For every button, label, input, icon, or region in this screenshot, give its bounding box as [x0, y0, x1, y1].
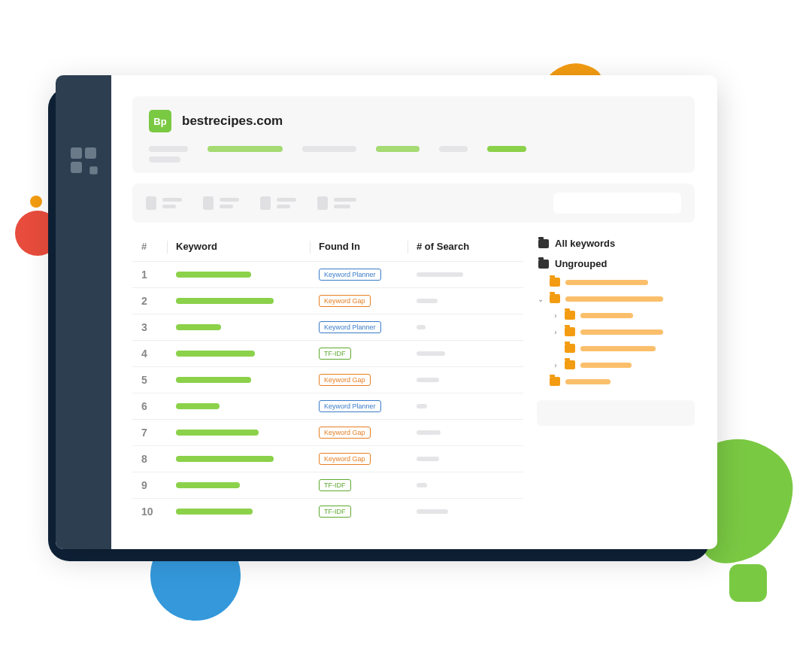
chevron-icon: ⌄ [537, 295, 544, 303]
found-in-cell: Keyword Gap [313, 420, 411, 446]
folder-tree-item[interactable]: › [537, 307, 695, 323]
found-in-cell: Keyword Gap [313, 288, 411, 314]
toolbar-filter-2[interactable] [203, 196, 239, 210]
search-volume-cell [411, 393, 523, 420]
col-keyword[interactable]: Keyword [170, 233, 313, 262]
row-number: 6 [132, 393, 170, 420]
panel-footer-box [537, 400, 695, 426]
folder-tree-item[interactable] [537, 340, 695, 357]
folder-label: All keywords [555, 238, 615, 249]
table-row[interactable]: 4TF-IDF [132, 341, 523, 367]
col-found-in[interactable]: Found In [313, 233, 411, 262]
row-number: 2 [132, 288, 170, 314]
source-tag: Keyword Planner [319, 321, 381, 333]
keyword-cell [170, 393, 313, 420]
folder-tree-item[interactable]: ⌄ [537, 290, 695, 307]
chevron-icon: › [552, 311, 559, 320]
keywords-table: # Keyword Found In # of Search 1Keyword … [132, 233, 523, 524]
search-volume-cell [411, 367, 523, 393]
table-row[interactable]: 3Keyword Planner [132, 314, 523, 341]
found-in-cell: Keyword Planner [313, 314, 411, 341]
decor-dot-green [737, 496, 752, 512]
folder-icon [565, 344, 575, 353]
keyword-cell [170, 288, 313, 314]
folder-label-placeholder [580, 329, 663, 335]
folder-label-placeholder [580, 313, 633, 318]
toolbar [132, 184, 695, 223]
sidebar [56, 75, 111, 549]
found-in-cell: Keyword Planner [313, 393, 411, 420]
folder-icon [565, 360, 575, 369]
source-tag: Keyword Gap [319, 427, 371, 439]
folder-label-placeholder [565, 296, 663, 302]
found-in-cell: TF-IDF [313, 499, 411, 525]
folder-icon [550, 278, 560, 287]
app-window: Bp bestrecipes.com [56, 75, 717, 549]
keyword-cell [170, 499, 313, 525]
app-logo-icon[interactable] [71, 147, 96, 173]
search-volume-cell [411, 262, 523, 288]
found-in-cell: Keyword Gap [313, 367, 411, 393]
source-tag: Keyword Gap [319, 453, 371, 465]
table-row[interactable]: 8Keyword Gap [132, 446, 523, 472]
search-volume-cell [411, 314, 523, 341]
folder-tree-item[interactable]: › [537, 357, 695, 373]
row-number: 4 [132, 341, 170, 367]
folder-label-placeholder [565, 379, 611, 384]
row-number: 3 [132, 314, 170, 341]
folder-panel: All keywords Ungrouped ⌄››› [537, 233, 695, 524]
folder-label-placeholder [565, 280, 648, 285]
project-header: Bp bestrecipes.com [132, 96, 695, 173]
folder-label-placeholder [580, 346, 656, 351]
search-volume-cell [411, 341, 523, 367]
folder-tree-item[interactable] [537, 274, 695, 290]
table-row[interactable]: 6Keyword Planner [132, 393, 523, 420]
folder-icon [538, 260, 549, 269]
folder-all-keywords[interactable]: All keywords [537, 233, 695, 254]
search-volume-cell [411, 288, 523, 314]
nav-tabs [149, 146, 678, 162]
col-number[interactable]: # [132, 233, 170, 262]
table-row[interactable]: 9TF-IDF [132, 472, 523, 499]
search-input[interactable] [553, 193, 681, 214]
folder-icon [538, 239, 549, 248]
found-in-cell: TF-IDF [313, 472, 411, 499]
source-tag: Keyword Planner [319, 269, 381, 281]
folder-icon [565, 327, 575, 336]
table-row[interactable]: 7Keyword Gap [132, 420, 523, 446]
domain-badge: Bp [149, 110, 171, 132]
decor-dot-orange [30, 196, 42, 208]
keyword-cell [170, 446, 313, 472]
keyword-cell [170, 314, 313, 341]
search-volume-cell [411, 420, 523, 446]
toolbar-filter-3[interactable] [260, 196, 296, 210]
row-number: 5 [132, 367, 170, 393]
table-row[interactable]: 2Keyword Gap [132, 288, 523, 314]
source-tag: TF-IDF [319, 506, 351, 518]
toolbar-filter-4[interactable] [317, 196, 356, 210]
keyword-cell [170, 262, 313, 288]
folder-icon [550, 377, 560, 386]
folder-tree-item[interactable]: › [537, 323, 695, 340]
col-search-volume[interactable]: # of Search [411, 233, 523, 262]
source-tag: TF-IDF [319, 348, 351, 360]
folder-tree-item[interactable] [537, 373, 695, 390]
folder-ungrouped[interactable]: Ungrouped [537, 254, 695, 274]
found-in-cell: Keyword Gap [313, 446, 411, 472]
row-number: 7 [132, 420, 170, 446]
source-tag: TF-IDF [319, 479, 351, 491]
row-number: 9 [132, 472, 170, 499]
table-row[interactable]: 1Keyword Planner [132, 262, 523, 288]
toolbar-filter-1[interactable] [146, 196, 182, 210]
keyword-cell [170, 367, 313, 393]
table-row[interactable]: 5Keyword Gap [132, 367, 523, 393]
search-volume-cell [411, 499, 523, 525]
keyword-cell [170, 341, 313, 367]
folder-label-placeholder [580, 363, 632, 368]
folder-icon [565, 311, 575, 320]
table-row[interactable]: 10TF-IDF [132, 499, 523, 525]
row-number: 10 [132, 499, 170, 525]
keyword-cell [170, 472, 313, 499]
chevron-icon: › [552, 361, 559, 369]
search-volume-cell [411, 446, 523, 472]
